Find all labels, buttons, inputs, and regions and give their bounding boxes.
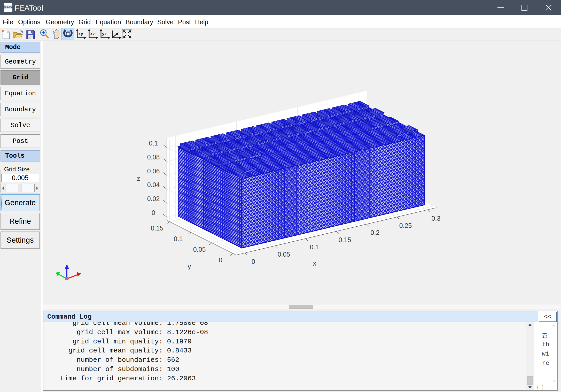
svg-text:0.02: 0.02	[147, 195, 160, 202]
svg-text:z: z	[137, 175, 140, 182]
svg-text:x: x	[313, 259, 316, 267]
svg-text:0.05: 0.05	[193, 246, 206, 253]
svg-text:0.05: 0.05	[278, 251, 290, 258]
svg-text:0.15: 0.15	[339, 236, 351, 243]
svg-text:0.04: 0.04	[147, 181, 160, 188]
svg-text:0.15: 0.15	[151, 225, 163, 232]
svg-text:y: y	[188, 263, 191, 270]
svg-text:yz: yz	[102, 31, 107, 36]
svg-text:0.08: 0.08	[147, 153, 160, 161]
svg-text:0.06: 0.06	[147, 167, 160, 175]
svg-text:0.1: 0.1	[310, 243, 319, 251]
svg-text:0.25: 0.25	[399, 222, 412, 229]
svg-text:0: 0	[219, 256, 222, 264]
svg-text:xy: xy	[78, 31, 83, 36]
svg-text:0: 0	[152, 209, 155, 216]
svg-text:0: 0	[252, 258, 255, 265]
svg-text:xz: xz	[90, 31, 95, 36]
svg-text:0.3: 0.3	[432, 215, 441, 222]
svg-text:0.2: 0.2	[371, 229, 380, 236]
svg-text:0.1: 0.1	[149, 140, 158, 147]
svg-text:0.1: 0.1	[174, 235, 183, 242]
